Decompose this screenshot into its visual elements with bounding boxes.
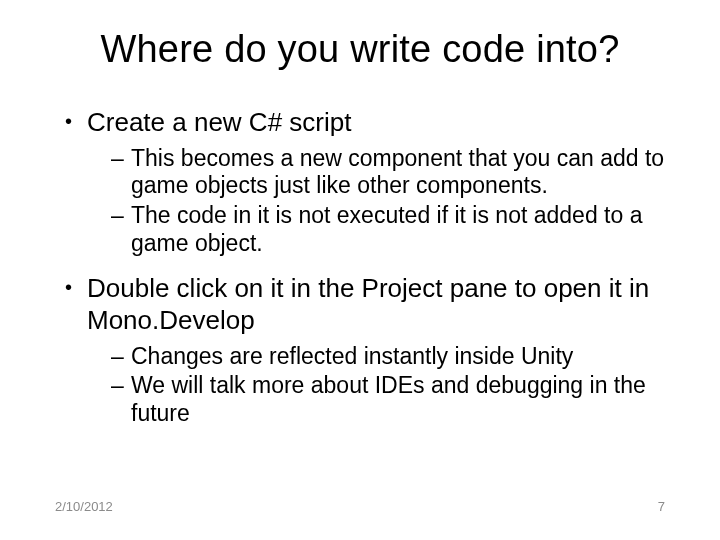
- bullet-level2: – Changes are reflected instantly inside…: [111, 343, 665, 371]
- slide-footer: 2/10/2012 7: [55, 499, 665, 514]
- slide-body: • Create a new C# script – This becomes …: [55, 107, 665, 427]
- bullet-dash-icon: –: [111, 145, 131, 173]
- bullet-text: We will talk more about IDEs and debuggi…: [131, 372, 665, 427]
- bullet-text: Double click on it in the Project pane t…: [87, 273, 665, 336]
- slide-title: Where do you write code into?: [55, 28, 665, 71]
- bullet-text: Changes are reflected instantly inside U…: [131, 343, 573, 371]
- bullet-dash-icon: –: [111, 202, 131, 230]
- footer-date: 2/10/2012: [55, 499, 113, 514]
- bullet-dash-icon: –: [111, 372, 131, 400]
- bullet-level2: – The code in it is not executed if it i…: [111, 202, 665, 257]
- bullet-level2: – We will talk more about IDEs and debug…: [111, 372, 665, 427]
- bullet-level1: • Create a new C# script: [65, 107, 665, 139]
- bullet-level2: – This becomes a new component that you …: [111, 145, 665, 200]
- bullet-dot-icon: •: [65, 273, 87, 299]
- bullet-text: The code in it is not executed if it is …: [131, 202, 665, 257]
- bullet-text: This becomes a new component that you ca…: [131, 145, 665, 200]
- bullet-level1: • Double click on it in the Project pane…: [65, 273, 665, 336]
- bullet-dash-icon: –: [111, 343, 131, 371]
- bullet-text: Create a new C# script: [87, 107, 351, 139]
- bullet-subgroup: – This becomes a new component that you …: [65, 145, 665, 257]
- bullet-subgroup: – Changes are reflected instantly inside…: [65, 343, 665, 428]
- footer-page-number: 7: [658, 499, 665, 514]
- bullet-dot-icon: •: [65, 107, 87, 133]
